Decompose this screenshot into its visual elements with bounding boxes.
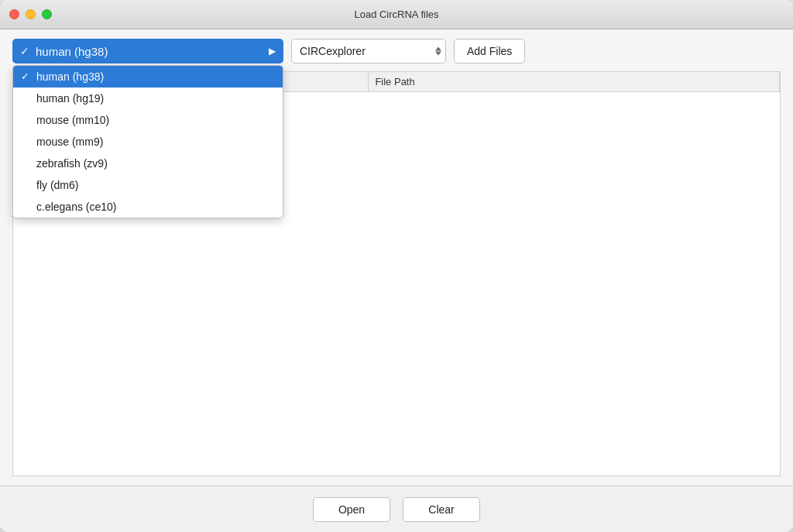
species-option-human-hg19[interactable]: human (hg19) [13, 88, 283, 109]
format-select[interactable]: CIRCexplorer CIRI find_circ circRNA_find… [291, 39, 446, 63]
title-bar: Load CircRNA files [0, 0, 793, 29]
bottom-bar: Open Clear [0, 486, 793, 532]
content-area: ✓ human (hg38) ▶ human (hg38) human (hg1… [0, 29, 793, 486]
check-icon: ✓ [20, 45, 29, 57]
species-option-mouse-mm10[interactable]: mouse (mm10) [13, 109, 283, 131]
species-option-fly-dm6[interactable]: fly (dm6) [13, 174, 283, 196]
window-title: Load CircRNA files [354, 9, 438, 20]
species-dropdown-menu: human (hg38) human (hg19) mouse (mm10) m… [12, 65, 283, 218]
maximize-button[interactable] [42, 9, 52, 19]
species-option-human-hg38[interactable]: human (hg38) [13, 66, 283, 88]
selected-species-label: human (hg38) [36, 45, 269, 58]
dropdown-arrow-icon: ▶ [269, 46, 276, 57]
main-window: Load CircRNA files ✓ human (hg38) ▶ huma… [0, 0, 793, 532]
species-option-zebrafish-zv9[interactable]: zebrafish (zv9) [13, 153, 283, 174]
species-option-mouse-mm9[interactable]: mouse (mm9) [13, 131, 283, 153]
add-files-button[interactable]: Add Files [454, 39, 525, 63]
format-select-wrapper: CIRCexplorer CIRI find_circ circRNA_find… [291, 39, 446, 63]
species-dropdown[interactable]: ✓ human (hg38) ▶ human (hg38) human (hg1… [12, 39, 283, 63]
minimize-button[interactable] [26, 9, 36, 19]
open-button[interactable]: Open [313, 497, 390, 522]
column-header-filepath: File Path [369, 72, 780, 91]
species-option-celegans-ce10[interactable]: c.elegans (ce10) [13, 196, 283, 218]
close-button[interactable] [9, 9, 19, 19]
clear-button[interactable]: Clear [403, 497, 480, 522]
window-controls [9, 9, 52, 19]
toolbar: ✓ human (hg38) ▶ human (hg38) human (hg1… [12, 39, 781, 63]
